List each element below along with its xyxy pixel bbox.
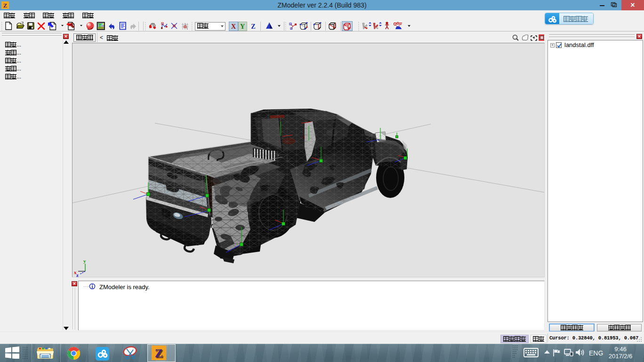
svg-text:Z: Z bbox=[155, 346, 163, 360]
svg-text:Z: Z bbox=[251, 23, 255, 30]
svg-text:X: X bbox=[231, 23, 236, 30]
svg-text:y: y bbox=[83, 258, 86, 264]
svg-text:z: z bbox=[76, 272, 79, 277]
svg-text:Z: Z bbox=[3, 2, 8, 9]
svg-text:Y: Y bbox=[240, 23, 245, 30]
